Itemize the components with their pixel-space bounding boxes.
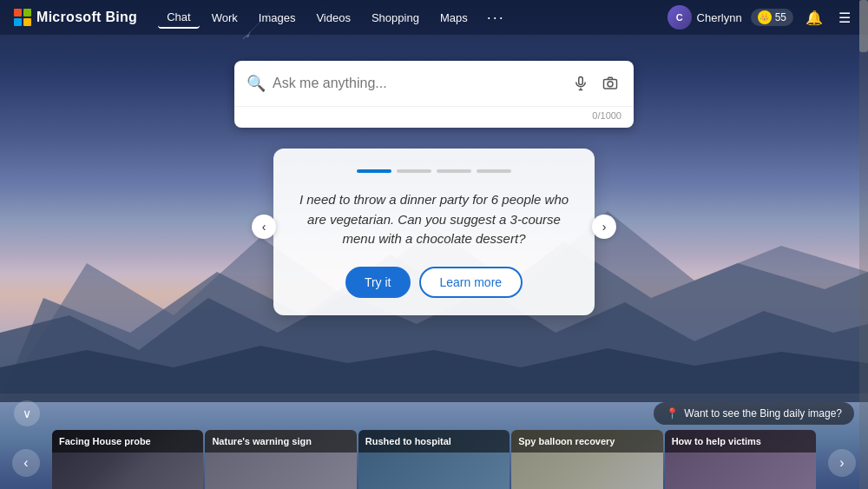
bell-button[interactable]: 🔔 xyxy=(802,6,826,30)
dot-1 xyxy=(357,169,391,173)
sq-yellow xyxy=(23,18,31,26)
mic-button[interactable] xyxy=(569,72,592,95)
news-card-2-title: Nature's warning sign xyxy=(205,430,356,453)
scrollbar[interactable] xyxy=(859,0,868,489)
nav-work[interactable]: Work xyxy=(203,8,247,28)
svg-rect-6 xyxy=(579,77,583,85)
card-prev-button[interactable]: ‹ xyxy=(252,215,276,239)
camera-button[interactable] xyxy=(599,72,621,95)
nav-more-button[interactable]: ··· xyxy=(480,7,512,29)
news-card-1[interactable]: Facing House probe xyxy=(52,430,203,489)
nav-maps[interactable]: Maps xyxy=(431,8,477,28)
news-card-4-title: Spy balloon recovery xyxy=(511,430,662,453)
avatar: C xyxy=(667,5,692,30)
bottom-bar: ∨ 📍 Want to see the Bing daily image? ‹ … xyxy=(0,393,868,489)
card-next-button[interactable]: › xyxy=(592,215,616,239)
news-card-1-title: Facing House probe xyxy=(52,430,203,453)
news-card-3-title: Rushed to hospital xyxy=(358,430,510,453)
location-icon: 📍 xyxy=(666,407,679,420)
nav-chat[interactable]: Chat xyxy=(158,7,199,29)
dot-4 xyxy=(477,169,511,173)
daily-image-label: Want to see the Bing daily image? xyxy=(684,407,842,420)
nav-videos[interactable]: Videos xyxy=(307,8,359,28)
news-prev-button[interactable]: ‹ xyxy=(12,449,40,477)
progress-dots xyxy=(298,169,570,173)
microsoft-squares-icon xyxy=(14,9,31,26)
news-card-5[interactable]: How to help victims xyxy=(665,430,816,489)
news-card-3[interactable]: Rushed to hospital xyxy=(358,430,510,489)
search-input-row: 🔍 xyxy=(234,61,634,106)
dot-3 xyxy=(437,169,471,173)
sq-blue xyxy=(14,18,22,26)
sq-green xyxy=(23,9,31,17)
nav-shopping[interactable]: Shopping xyxy=(363,8,428,28)
daily-image-button[interactable]: 📍 Want to see the Bing daily image? xyxy=(654,402,854,425)
news-card-4[interactable]: Spy balloon recovery xyxy=(511,430,662,489)
learn-more-button[interactable]: Learn more xyxy=(419,267,523,298)
news-strip: ‹ Facing House probe Nature's warning si… xyxy=(0,430,868,489)
dot-2 xyxy=(397,169,431,173)
news-card-2[interactable]: Nature's warning sign xyxy=(205,430,356,489)
sq-red xyxy=(14,9,22,17)
prompt-card: I need to throw a dinner party for 6 peo… xyxy=(273,149,595,315)
bing-logo[interactable]: Microsoft Bing xyxy=(14,9,137,26)
bottom-bar-header: ∨ 📍 Want to see the Bing daily image? xyxy=(0,393,868,430)
search-container: 🔍 xyxy=(234,61,634,128)
logo-text: Microsoft Bing xyxy=(36,10,137,25)
scrollbar-thumb[interactable] xyxy=(859,0,868,52)
navbar: Microsoft Bing Chat Work Images Videos S… xyxy=(0,0,868,35)
username: Cherlynn xyxy=(697,11,742,24)
search-footer: 0/1000 xyxy=(234,106,634,128)
news-next-button[interactable]: › xyxy=(828,449,856,477)
collapse-button[interactable]: ∨ xyxy=(14,400,40,426)
user-profile[interactable]: C Cherlynn xyxy=(667,5,742,30)
nav-right: C Cherlynn 👑 55 🔔 ☰ xyxy=(667,5,854,30)
points-value: 55 xyxy=(775,11,786,23)
search-box: 🔍 xyxy=(234,61,634,128)
search-icon: 🔍 xyxy=(247,74,266,93)
nav-links: Chat Work Images Videos Shopping Maps ··… xyxy=(158,7,667,29)
points-badge[interactable]: 👑 55 xyxy=(751,9,793,26)
search-input[interactable] xyxy=(273,76,562,91)
prompt-text: I need to throw a dinner party for 6 peo… xyxy=(298,190,570,249)
svg-point-10 xyxy=(608,82,613,87)
prompt-card-wrapper: ‹ I need to throw a dinner party for 6 p… xyxy=(252,138,616,315)
crown-icon: 👑 xyxy=(758,10,772,24)
try-it-button[interactable]: Try it xyxy=(345,267,411,298)
char-count: 0/1000 xyxy=(592,110,621,121)
nav-images[interactable]: Images xyxy=(250,8,305,28)
news-card-5-title: How to help victims xyxy=(665,430,816,453)
prompt-actions: Try it Learn more xyxy=(298,267,570,298)
hamburger-button[interactable]: ☰ xyxy=(835,6,854,30)
